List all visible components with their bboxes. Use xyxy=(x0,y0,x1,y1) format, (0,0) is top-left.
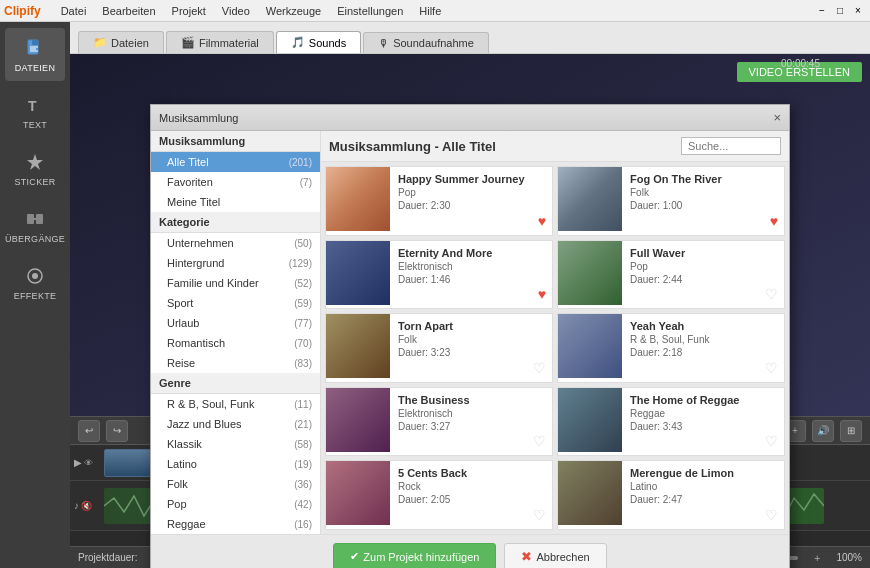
lp-item-meine-titel[interactable]: Meine Titel xyxy=(151,192,320,212)
project-duration-label: Projektdauer: xyxy=(78,552,137,563)
tab-filmmaterial-label: Filmmaterial xyxy=(199,37,259,49)
sidebar-label-dateien: DATEIEN xyxy=(15,63,55,73)
menu-bearbeiten[interactable]: Bearbeiten xyxy=(94,0,163,21)
heart-icon-6[interactable]: ♡ xyxy=(765,360,778,376)
heart-icon-3[interactable]: ♥ xyxy=(538,286,546,302)
tab-soundaufnahme[interactable]: 🎙 Soundaufnahme xyxy=(363,32,489,53)
check-icon: ✔ xyxy=(350,550,359,563)
music-title-10: Merengue de Limon xyxy=(630,467,776,479)
tab-dateien[interactable]: 📁 Dateien xyxy=(78,31,164,53)
lp-label-urlaub: Urlaub xyxy=(167,317,199,329)
sidebar-item-uebergaenge[interactable]: ÜBERGÄNGE xyxy=(5,199,65,252)
lp-item-favoriten[interactable]: Favoriten (7) xyxy=(151,172,320,192)
music-card-7[interactable]: The Business Elektronisch Dauer: 3:27 ♡ xyxy=(325,387,553,457)
lp-item-pop[interactable]: Pop (42) xyxy=(151,494,320,514)
heart-icon-4[interactable]: ♡ xyxy=(765,286,778,302)
sidebar-item-effekte[interactable]: EFFEKTE xyxy=(5,256,65,309)
lp-label-latino: Latino xyxy=(167,458,197,470)
sidebar-label-uebergaenge: ÜBERGÄNGE xyxy=(5,234,65,244)
music-title-5: Torn Apart xyxy=(398,320,544,332)
lp-item-jazz[interactable]: Jazz und Blues (21) xyxy=(151,414,320,434)
music-card-4[interactable]: Full Waver Pop Dauer: 2:44 ♡ xyxy=(557,240,785,310)
heart-icon-5[interactable]: ♡ xyxy=(533,360,546,376)
section-header-genre: Genre xyxy=(151,373,320,394)
lp-label-alle: Alle Titel xyxy=(167,156,209,168)
music-dur-6: Dauer: 2:18 xyxy=(630,347,776,358)
lp-item-hintergrund[interactable]: Hintergrund (129) xyxy=(151,253,320,273)
add-to-project-button[interactable]: ✔ Zum Projekt hinzufügen xyxy=(333,543,496,568)
lp-label-hintergrund: Hintergrund xyxy=(167,257,224,269)
music-card-5[interactable]: Torn Apart Folk Dauer: 3:23 ♡ xyxy=(325,313,553,383)
lp-item-reise[interactable]: Reise (83) xyxy=(151,353,320,373)
menu-datei[interactable]: Datei xyxy=(53,0,95,21)
menu-werkzeuge[interactable]: Werkzeuge xyxy=(258,0,329,21)
music-title-3: Eternity And More xyxy=(398,247,544,259)
music-title-6: Yeah Yeah xyxy=(630,320,776,332)
tab-sounds[interactable]: 🎵 Sounds xyxy=(276,31,361,53)
music-card-9[interactable]: 5 Cents Back Rock Dauer: 2:05 ♡ xyxy=(325,460,553,530)
heart-icon-8[interactable]: ♡ xyxy=(765,433,778,449)
main-layout: DATEIEN T TEXT STICKER xyxy=(0,22,870,568)
tab-filmmaterial[interactable]: 🎬 Filmmaterial xyxy=(166,31,274,53)
heart-icon-1[interactable]: ♥ xyxy=(538,213,546,229)
lp-item-rnb[interactable]: R & B, Soul, Funk (11) xyxy=(151,394,320,414)
lp-item-alle-titel[interactable]: Alle Titel (201) xyxy=(151,152,320,172)
music-thumb-9 xyxy=(326,461,390,525)
music-card-3[interactable]: Eternity And More Elektronisch Dauer: 1:… xyxy=(325,240,553,310)
lp-item-unternehmen[interactable]: Unternehmen (50) xyxy=(151,233,320,253)
close-button[interactable]: × xyxy=(850,3,866,19)
sidebar-item-sticker[interactable]: STICKER xyxy=(5,142,65,195)
menu-hilfe[interactable]: Hilfe xyxy=(411,0,449,21)
mic-tab-icon: 🎙 xyxy=(378,37,389,49)
heart-icon-10[interactable]: ♡ xyxy=(765,507,778,523)
search-input[interactable] xyxy=(681,137,781,155)
speaker-button[interactable]: 🔊 xyxy=(812,420,834,442)
heart-icon-7[interactable]: ♡ xyxy=(533,433,546,449)
music-card-2[interactable]: Fog On The River Folk Dauer: 1:00 ♥ xyxy=(557,166,785,236)
video-track-icon: ▶ xyxy=(74,457,82,468)
fit-button[interactable]: ⊞ xyxy=(840,420,862,442)
cancel-icon: ✖ xyxy=(521,549,532,564)
right-panel: Musiksammlung - Alle Titel Happy Summer … xyxy=(321,131,789,534)
lp-count-reggae: (16) xyxy=(294,519,312,530)
lp-item-romantisch[interactable]: Romantisch (70) xyxy=(151,333,320,353)
tab-soundaufnahme-label: Soundaufnahme xyxy=(393,37,474,49)
lp-label-favoriten: Favoriten xyxy=(167,176,213,188)
undo-button[interactable]: ↩ xyxy=(78,420,100,442)
music-info-1: Happy Summer Journey Pop Dauer: 2:30 xyxy=(390,167,552,235)
lp-label-rnb: R & B, Soul, Funk xyxy=(167,398,254,410)
music-card-10[interactable]: Merengue de Limon Latino Dauer: 2:47 ♡ xyxy=(557,460,785,530)
sidebar-item-text[interactable]: T TEXT xyxy=(5,85,65,138)
minimize-button[interactable]: − xyxy=(814,3,830,19)
heart-icon-9[interactable]: ♡ xyxy=(533,507,546,523)
music-thumb-2 xyxy=(558,167,622,231)
heart-icon-2[interactable]: ♥ xyxy=(770,213,778,229)
film-tab-icon: 🎬 xyxy=(181,36,195,49)
lp-item-latino[interactable]: Latino (19) xyxy=(151,454,320,474)
lp-count-latino: (19) xyxy=(294,459,312,470)
svg-rect-7 xyxy=(27,214,34,224)
lp-item-klassik[interactable]: Klassik (58) xyxy=(151,434,320,454)
lp-item-urlaub[interactable]: Urlaub (77) xyxy=(151,313,320,333)
music-title-9: 5 Cents Back xyxy=(398,467,544,479)
lp-item-reggae[interactable]: Reggae (16) xyxy=(151,514,320,534)
dialog-title-bar: Musiksammlung × xyxy=(151,105,789,131)
audio-track-label: ♪ 🔇 xyxy=(74,500,104,511)
sidebar-item-dateien[interactable]: DATEIEN xyxy=(5,28,65,81)
menu-projekt[interactable]: Projekt xyxy=(164,0,214,21)
dialog-close-button[interactable]: × xyxy=(773,110,781,125)
music-card-1[interactable]: Happy Summer Journey Pop Dauer: 2:30 ♥ xyxy=(325,166,553,236)
lp-item-familie[interactable]: Familie und Kinder (52) xyxy=(151,273,320,293)
cancel-button[interactable]: ✖ Abbrechen xyxy=(504,543,606,568)
redo-button[interactable]: ↪ xyxy=(106,420,128,442)
lp-item-sport[interactable]: Sport (59) xyxy=(151,293,320,313)
music-info-8: The Home of Reggae Reggae Dauer: 3:43 xyxy=(622,388,784,456)
menu-video[interactable]: Video xyxy=(214,0,258,21)
music-dur-1: Dauer: 2:30 xyxy=(398,200,544,211)
music-card-8[interactable]: The Home of Reggae Reggae Dauer: 3:43 ♡ xyxy=(557,387,785,457)
menu-einstellungen[interactable]: Einstellungen xyxy=(329,0,411,21)
lp-item-folk[interactable]: Folk (36) xyxy=(151,474,320,494)
music-card-6[interactable]: Yeah Yeah R & B, Soul, Funk Dauer: 2:18 … xyxy=(557,313,785,383)
content-area: 📁 Dateien 🎬 Filmmaterial 🎵 Sounds 🎙 Soun… xyxy=(70,22,870,568)
maximize-button[interactable]: □ xyxy=(832,3,848,19)
